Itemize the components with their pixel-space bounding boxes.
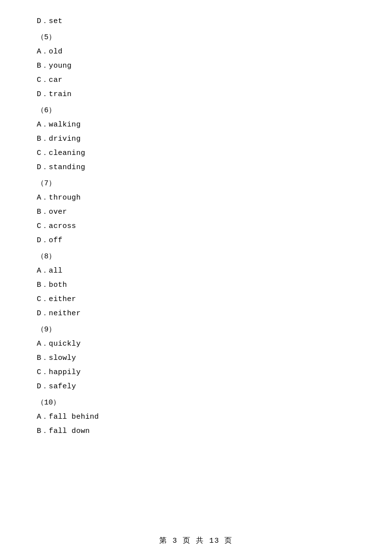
question-number: （7） [37, 177, 355, 190]
option-line: D．off [37, 234, 355, 247]
option-line: C．car [37, 74, 355, 87]
option-line: D．safely [37, 380, 355, 393]
page-footer: 第 3 页 共 13 页 [0, 536, 392, 545]
option-line: C．cleaning [37, 147, 355, 160]
option-line: B．young [37, 59, 355, 73]
option-line: A．fall behind [37, 410, 355, 424]
option-line: D．train [37, 88, 355, 101]
option-line: D．standing [37, 161, 355, 174]
option-line: B．slowly [37, 352, 355, 365]
option-line: B．fall down [37, 425, 355, 438]
question-number: （8） [37, 250, 355, 263]
option-line: B．driving [37, 132, 355, 146]
option-line: A．walking [37, 118, 355, 131]
question-number: （10） [37, 396, 355, 409]
question-number: （6） [37, 104, 355, 117]
option-line: C．happily [37, 366, 355, 379]
option-line: B．over [37, 205, 355, 219]
option-line: A．old [37, 45, 355, 58]
main-content: D．set（5）A．oldB．youngC．carD．train（6）A．wal… [0, 0, 392, 468]
option-line: B．both [37, 278, 355, 292]
option-line: A．all [37, 264, 355, 278]
option-line: D．neither [37, 307, 355, 320]
question-number: （5） [37, 31, 355, 44]
option-line: D．set [37, 15, 355, 28]
option-line: C．across [37, 220, 355, 233]
option-line: A．quickly [37, 337, 355, 351]
question-number: （9） [37, 323, 355, 336]
option-line: C．either [37, 293, 355, 306]
option-line: A．through [37, 191, 355, 204]
